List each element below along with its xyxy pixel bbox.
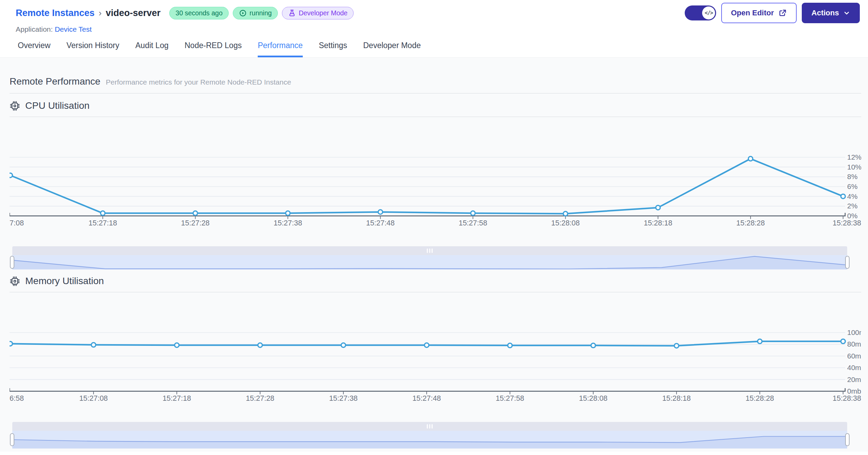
svg-text:80mb: 80mb [847,340,861,348]
svg-text:15:27:58: 15:27:58 [496,394,524,402]
play-circle-icon [239,9,247,17]
memory-section-title: Memory Utilisation [25,276,104,287]
tab-settings[interactable]: Settings [319,41,347,57]
application-row: Application: Device Test [0,23,868,33]
memory-section-header: Memory Utilisation [10,269,861,292]
page-title: Remote Performance [10,76,100,87]
svg-text:15:27:18: 15:27:18 [88,219,117,227]
tab-overview[interactable]: Overview [18,41,51,57]
svg-text:15:27:38: 15:27:38 [329,394,358,402]
chevron-down-icon [843,10,850,17]
chip-icon [10,276,20,287]
cpu-section-title: CPU Utilisation [25,100,89,111]
svg-text:15:27:28: 15:27:28 [246,394,274,402]
memory-chart-range-selector[interactable] [12,422,847,449]
tab-version-history[interactable]: Version History [67,41,119,57]
developer-mode-toggle[interactable]: </> [685,5,716,20]
svg-text:15:27:48: 15:27:48 [366,219,395,227]
svg-text:60mb: 60mb [847,352,861,360]
last-seen-label: 30 seconds ago [175,9,223,17]
tab-node-red-logs[interactable]: Node-RED Logs [185,41,242,57]
breadcrumb-separator: › [99,8,102,18]
page-header: Remote Instances › video-server 30 secon… [0,0,868,23]
tab-performance[interactable]: Performance [258,41,303,57]
svg-text:6:58: 6:58 [10,394,24,402]
svg-text:0mb: 0mb [847,387,861,395]
svg-text:20mb: 20mb [847,376,861,383]
memory-brush-left-handle[interactable] [10,433,14,446]
application-link[interactable]: Device Test [55,25,91,33]
memory-brush-preview[interactable] [12,431,847,449]
cpu-chart-range-selector[interactable] [12,246,847,269]
memory-brush-right-handle[interactable] [845,433,850,446]
application-label: Application: [16,25,53,33]
svg-text:15:27:58: 15:27:58 [459,219,487,227]
actions-label: Actions [811,9,839,17]
chip-icon [10,101,20,111]
cpu-brush-right-handle[interactable] [845,256,850,269]
svg-text:7:08: 7:08 [10,219,24,227]
cpu-utilisation-section: CPU Utilisation 0%2%4%6%8%10%12%7:0815:2… [10,94,861,269]
flask-icon [288,9,296,17]
drag-handle-icon [427,424,433,429]
svg-text:15:27:18: 15:27:18 [162,394,191,402]
svg-text:15:28:18: 15:28:18 [662,394,691,402]
svg-text:2%: 2% [847,202,857,210]
instance-name: video-server [106,8,161,18]
svg-text:15:28:08: 15:28:08 [551,219,580,227]
status-label: running [250,9,272,17]
page-title-row: Remote Performance Performance metrics f… [10,58,861,93]
svg-text:10%: 10% [847,163,861,171]
external-link-icon [778,9,787,18]
drag-handle-icon [427,249,433,253]
open-editor-button[interactable]: Open Editor [721,3,797,23]
memory-utilisation-section: Memory Utilisation 0mb20mb40mb60mb80mb10… [10,269,861,449]
svg-text:8%: 8% [847,173,857,180]
svg-text:15:27:08: 15:27:08 [79,394,108,402]
svg-text:15:28:08: 15:28:08 [579,394,608,402]
svg-text:15:28:18: 15:28:18 [644,219,672,227]
svg-text:40mb: 40mb [847,364,861,371]
cpu-brush-left-handle[interactable] [10,256,14,269]
performance-panel: Remote Performance Performance metrics f… [0,57,868,452]
svg-text:15:28:28: 15:28:28 [745,394,774,402]
breadcrumb-remote-instances-link[interactable]: Remote Instances [16,8,95,18]
cpu-utilisation-chart: 0%2%4%6%8%10%12%7:0815:27:1815:27:2815:2… [10,117,861,231]
svg-text:6%: 6% [847,182,857,190]
svg-text:15:27:48: 15:27:48 [412,394,441,402]
svg-text:15:28:38: 15:28:38 [833,394,861,402]
svg-text:12%: 12% [847,153,861,161]
cpu-brush-preview[interactable] [12,255,847,269]
svg-text:100mb: 100mb [847,328,861,336]
tab-developer-mode[interactable]: Developer Mode [363,41,421,57]
developer-mode-badge: Developer Mode [282,7,354,19]
last-seen-badge: 30 seconds ago [169,7,229,19]
status-badges: 30 seconds ago running Developer Mode [169,7,354,19]
cpu-brush-bar[interactable] [12,246,847,255]
status-badge: running [233,7,278,19]
tab-audit-log[interactable]: Audit Log [136,41,169,57]
memory-utilisation-chart: 0mb20mb40mb60mb80mb100mb6:5815:27:0815:2… [10,292,861,406]
svg-text:15:27:38: 15:27:38 [273,219,302,227]
svg-text:15:28:28: 15:28:28 [736,219,765,227]
developer-mode-label: Developer Mode [299,9,347,17]
code-icon: </> [702,6,715,19]
instance-tabs: Overview Version History Audit Log Node-… [0,41,868,57]
svg-text:15:28:38: 15:28:38 [833,219,861,227]
memory-brush-bar[interactable] [12,422,847,431]
open-editor-label: Open Editor [731,9,774,17]
svg-text:0%: 0% [847,212,857,220]
breadcrumb: Remote Instances › video-server [16,8,160,18]
page-subtitle: Performance metrics for your Remote Node… [106,78,291,86]
actions-button[interactable]: Actions [802,3,860,23]
svg-text:15:27:28: 15:27:28 [181,219,210,227]
svg-text:4%: 4% [847,192,857,200]
cpu-section-header: CPU Utilisation [10,94,861,117]
